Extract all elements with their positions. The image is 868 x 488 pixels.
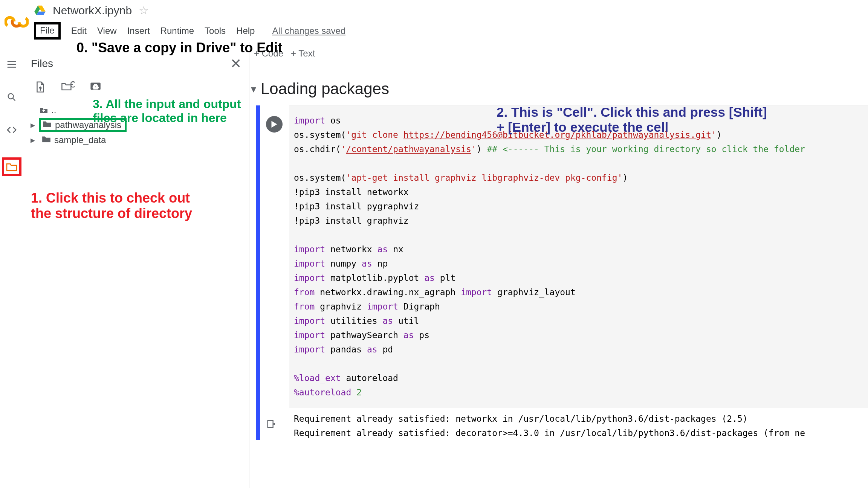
refresh-icon[interactable] <box>61 81 75 96</box>
mount-drive-icon[interactable] <box>90 81 103 96</box>
colab-logo-icon <box>5 10 29 34</box>
code-cell[interactable]: import os os.system('git clone https://b… <box>256 105 868 440</box>
star-icon[interactable]: ☆ <box>139 4 149 17</box>
run-cell-button[interactable] <box>266 116 283 133</box>
tree-folder-sample-data[interactable]: ▸ sample_data <box>28 133 245 147</box>
svg-point-3 <box>8 94 14 99</box>
chevron-down-icon[interactable]: ▾ <box>251 83 256 95</box>
output-toggle-icon[interactable] <box>266 419 285 432</box>
folder-icon <box>41 135 51 145</box>
left-rail <box>0 42 23 488</box>
menubar: File Edit View Insert Runtime Tools Help… <box>34 22 868 40</box>
code-editor[interactable]: import os os.system('git clone https://b… <box>289 105 868 408</box>
search-icon[interactable] <box>6 92 17 105</box>
menu-insert[interactable]: Insert <box>127 26 150 36</box>
google-drive-icon <box>34 5 46 17</box>
files-tab-icon[interactable] <box>2 157 21 176</box>
menu-edit[interactable]: Edit <box>71 26 87 36</box>
annotation-1: 1. Click this to check out the structure… <box>31 190 192 221</box>
section-title: Loading packages <box>261 80 389 98</box>
upload-icon[interactable] <box>35 81 46 96</box>
files-panel-title: Files <box>31 58 53 70</box>
notebook-title[interactable]: NetworkX.ipynb <box>53 4 132 17</box>
chevron-right-icon[interactable]: ▸ <box>29 135 36 145</box>
header: NetworkX.ipynb ☆ File Edit View Insert R… <box>0 0 868 42</box>
menu-tools[interactable]: Tools <box>205 26 226 36</box>
folder-icon <box>42 120 52 130</box>
menu-view[interactable]: View <box>97 26 117 36</box>
folder-label: sample_data <box>54 135 106 145</box>
cell-output: Requirement already satisfied: networkx … <box>289 408 868 440</box>
chevron-right-icon[interactable]: ▸ <box>29 120 36 130</box>
toc-icon[interactable] <box>6 59 17 72</box>
annotation-2: 2. This is "Cell". Click this and press … <box>497 105 767 135</box>
section-header[interactable]: ▾ Loading packages <box>249 59 868 105</box>
annotation-3: 3. All the input and output files are lo… <box>93 97 241 125</box>
annotation-0: 0. "Save a copy in Drive" to Edit <box>76 40 282 55</box>
menu-help[interactable]: Help <box>236 26 255 36</box>
add-text-cell-button[interactable]: + Text <box>291 48 315 59</box>
close-icon[interactable]: ✕ <box>230 56 241 72</box>
code-snippets-icon[interactable] <box>6 124 17 138</box>
save-status[interactable]: All changes saved <box>272 26 345 36</box>
menu-runtime[interactable]: Runtime <box>160 26 194 36</box>
menu-file[interactable]: File <box>34 22 61 40</box>
